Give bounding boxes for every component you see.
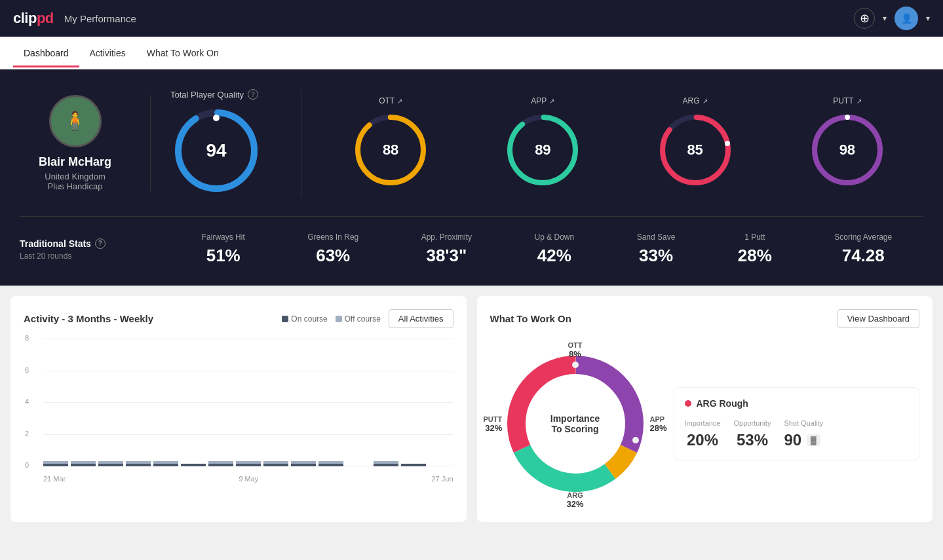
stat-sand-value: 33%: [637, 246, 676, 266]
stat-oneputt-value: 28%: [738, 246, 772, 266]
bar-on: [318, 464, 343, 466]
arg-opportunity: Opportunity 53%: [734, 419, 771, 449]
stat-scoring-value: 74.28: [834, 246, 892, 266]
avatar-emoji: 🧍: [64, 110, 87, 132]
bar-group-1: [71, 339, 96, 466]
gauge-arg: ARG ↗ 85: [656, 96, 735, 189]
all-activities-button[interactable]: All Activities: [389, 309, 453, 328]
work-on-content: Importance To Scoring OTT 8% APP 28% ARG…: [490, 339, 920, 509]
stat-sand-label: Sand Save: [637, 233, 676, 242]
bar-on: [263, 464, 288, 466]
putt-label: PUTT ↗: [833, 96, 861, 105]
bar-on: [181, 464, 206, 466]
stat-greens-reg: Greens In Reg 63%: [307, 233, 358, 266]
tab-activities[interactable]: Activities: [79, 39, 136, 67]
tab-what-to-work-on[interactable]: What To Work On: [136, 39, 229, 67]
work-on-title: What To Work On: [490, 313, 571, 324]
gauge-ott: OTT ↗ 88: [351, 96, 430, 189]
bar-group-14: [429, 339, 453, 466]
header-left: clippd My Performance: [13, 10, 136, 27]
x-label-1: 21 Mar: [43, 475, 66, 483]
stats-title: Traditional Stats ?: [20, 238, 131, 249]
bar-group-9: [291, 339, 316, 466]
x-label-3: 27 Jun: [431, 475, 453, 483]
donut-center: Importance To Scoring: [550, 413, 600, 434]
shot-quality-box: ▓: [807, 434, 820, 446]
arg-value: 85: [687, 141, 702, 159]
chart-controls: On course Off course All Activities: [282, 309, 453, 328]
legend-off-dot: [336, 316, 342, 322]
putt-arrow: ↗: [856, 98, 862, 105]
bar-on: [208, 464, 233, 466]
stat-fairways-hit: Fairways Hit 51%: [202, 233, 245, 266]
add-button[interactable]: ⊕: [854, 8, 875, 29]
bar-on: [98, 464, 123, 466]
stat-scoring-label: Scoring Average: [834, 233, 892, 242]
app-logo: clippd: [13, 10, 54, 27]
bar-on: [153, 464, 178, 466]
gauges-section: Total Player Quality ? 94 OT: [151, 89, 923, 196]
view-dashboard-button[interactable]: View Dashboard: [837, 309, 919, 328]
bar-on: [401, 464, 426, 466]
arg-metrics: Importance 20% Opportunity 53% Shot Qual…: [685, 419, 909, 449]
stat-one-putt: 1 Putt 28%: [738, 233, 772, 266]
category-gauges: OTT ↗ 88 APP ↗: [301, 96, 923, 189]
add-dropdown-arrow[interactable]: ▾: [883, 14, 887, 23]
header-right: ⊕ ▾ 👤 ▾: [854, 7, 930, 30]
stat-up-down: Up & Down 42%: [535, 233, 575, 266]
bar-group-0: [43, 339, 68, 466]
bar-group-6: [208, 339, 233, 466]
donut-label-arg: ARG 32%: [566, 491, 583, 509]
arg-card-title: ARG Rough: [685, 398, 909, 409]
header-title: My Performance: [64, 13, 136, 24]
stat-app-label: App. Proximity: [421, 233, 472, 242]
app-arrow: ↗: [549, 98, 554, 105]
putt-value: 98: [839, 141, 855, 159]
stat-app-proximity: App. Proximity 38'3": [421, 233, 472, 266]
arg-rough-card: ARG Rough Importance 20% Opportunity 53%…: [674, 387, 920, 460]
stats-label-block: Traditional Stats ? Last 20 rounds: [20, 238, 151, 261]
avatar[interactable]: 👤: [895, 7, 918, 30]
stat-greens-value: 63%: [307, 246, 358, 266]
hero-top: 🧍 Blair McHarg United Kingdom Plus Handi…: [20, 89, 923, 217]
app-label: APP ↗: [531, 96, 554, 105]
player-avatar: 🧍: [49, 95, 102, 147]
donut-label-ott: OTT 8%: [568, 341, 583, 359]
putt-gauge: 98: [808, 111, 887, 189]
stat-app-value: 38'3": [421, 246, 472, 266]
work-on-card: What To Work On View Dashboard: [477, 296, 933, 522]
svg-point-2: [213, 115, 220, 121]
total-quality-block: Total Player Quality ? 94: [170, 89, 301, 196]
tab-dashboard[interactable]: Dashboard: [13, 39, 79, 67]
total-quality-info-icon[interactable]: ?: [248, 89, 258, 100]
arg-importance: Importance 20%: [685, 419, 721, 449]
arg-gauge: 85: [656, 111, 735, 189]
legend-on-course: On course: [282, 314, 327, 324]
stat-scoring-avg: Scoring Average 74.28: [834, 233, 892, 266]
bar-group-10: [318, 339, 343, 466]
total-quality-label: Total Player Quality ?: [170, 89, 258, 100]
nav-tabs: Dashboard Activities What To Work On: [0, 37, 943, 69]
ott-gauge: 88: [351, 111, 430, 189]
activity-chart-title: Activity - 3 Months - Weekly: [24, 313, 153, 324]
arg-arrow: ↗: [702, 98, 708, 105]
stat-sand-save: Sand Save 33%: [637, 233, 676, 266]
x-labels: 21 Mar 9 May 27 Jun: [43, 475, 453, 483]
total-quality-value: 94: [206, 140, 226, 161]
avatar-dropdown-arrow[interactable]: ▾: [926, 14, 930, 23]
stat-greens-label: Greens In Reg: [307, 233, 358, 242]
svg-point-18: [572, 362, 579, 368]
stats-info-icon[interactable]: ?: [95, 238, 106, 249]
activity-chart-area: 8 6 4 2 0 21 Mar 9 May 27 Jun: [24, 339, 453, 483]
svg-point-12: [845, 115, 850, 120]
player-name: Blair McHarg: [39, 155, 111, 169]
stat-updown-label: Up & Down: [535, 233, 575, 242]
x-label-2: 9 May: [239, 475, 258, 483]
stats-row: Traditional Stats ? Last 20 rounds Fairw…: [20, 217, 923, 266]
work-on-header: What To Work On View Dashboard: [490, 309, 920, 328]
arg-label: ARG ↗: [683, 96, 708, 105]
activity-card-header: Activity - 3 Months - Weekly On course O…: [24, 309, 453, 328]
ott-value: 88: [383, 141, 398, 159]
player-handicap: Plus Handicap: [48, 181, 103, 191]
bottom-section: Activity - 3 Months - Weekly On course O…: [0, 286, 943, 532]
